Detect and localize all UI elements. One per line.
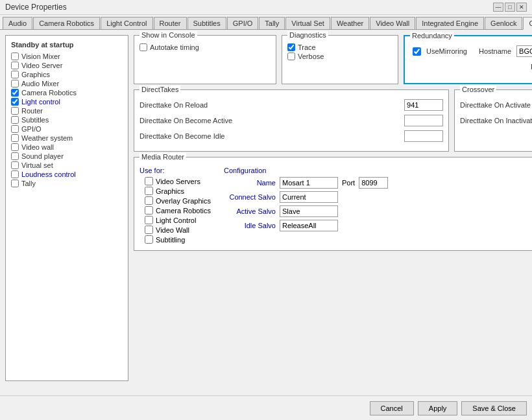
config-row-label: Name — [224, 179, 276, 187]
dt-label: Directtake On Reload — [139, 101, 404, 109]
standby-checkbox-loudness-control[interactable] — [11, 170, 19, 178]
mr-checkbox-camera-robotics[interactable] — [145, 206, 153, 215]
standby-checkbox-sound-player[interactable] — [11, 152, 19, 160]
standby-checkbox-subtitles[interactable] — [11, 116, 19, 124]
diagnostics-box: Diagnostics TraceVerbose — [282, 35, 398, 84]
tab-integrated-engine[interactable]: Integrated Engine — [416, 17, 484, 29]
standby-checkbox-light-control[interactable] — [11, 98, 19, 106]
config-port-input[interactable] — [359, 177, 388, 189]
standby-checkbox-video-server[interactable] — [11, 62, 19, 69]
crossover-title: Crossover — [460, 86, 496, 93]
list-item: Virtual set — [11, 161, 123, 169]
mr-label: Video Wall — [156, 226, 189, 234]
cancel-button[interactable]: Cancel — [370, 401, 414, 415]
list-item: Verbose — [287, 52, 393, 60]
standby-checkbox-video-wall[interactable] — [11, 143, 19, 151]
title-bar: Device Properties — □ ✕ — [0, 0, 532, 15]
diag-checkbox-trace[interactable] — [287, 43, 295, 51]
standby-label: Tally — [21, 180, 36, 187]
dt-input[interactable] — [404, 99, 443, 111]
tab-genlock[interactable]: Genlock — [485, 17, 522, 29]
standby-label: Subtitles — [21, 116, 49, 124]
config-input[interactable] — [280, 191, 338, 203]
standby-checkbox-graphics[interactable] — [11, 71, 19, 78]
mr-checkbox-light-control[interactable] — [145, 216, 153, 224]
mr-checkbox-graphics[interactable] — [145, 187, 153, 195]
close-button[interactable]: ✕ — [516, 3, 527, 12]
main-content: Standby at startup Vision MixerVideo Ser… — [0, 30, 532, 386]
list-item: Video wall — [11, 143, 123, 151]
hostname-input[interactable] — [516, 45, 532, 57]
tab-router[interactable]: Router — [154, 17, 187, 29]
tab-gpi/o[interactable]: GPI/O — [227, 17, 259, 29]
standby-label: Router — [21, 107, 43, 115]
diag-checkbox-verbose[interactable] — [287, 52, 295, 60]
list-item: Video Servers — [145, 177, 211, 185]
tab-audio[interactable]: Audio — [3, 17, 32, 29]
crossover-box: Crossover Directtake On ActivateDirectta… — [454, 89, 532, 152]
standby-label: Video wall — [21, 143, 54, 151]
use-for-label: Use for: — [139, 167, 211, 174]
list-item: Loudness control — [11, 170, 123, 178]
standby-checkbox-weather-system[interactable] — [11, 134, 19, 142]
mr-label: Subtitling — [156, 236, 185, 244]
list-item: Light control — [11, 98, 123, 106]
mr-checkbox-overlay-graphics[interactable] — [145, 196, 153, 205]
console-checkbox[interactable] — [139, 43, 147, 51]
standby-checkbox-tally[interactable] — [11, 180, 19, 187]
list-item: Directtake On Activate — [460, 99, 532, 111]
tab-virtual-set[interactable]: Virtual Set — [285, 17, 330, 29]
console-label: Autotake timing — [150, 43, 199, 51]
standby-checkbox-router[interactable] — [11, 107, 19, 115]
dt-label: Directtake On Become Active — [139, 117, 404, 124]
show-console-box: Show in Console Autotake timing — [134, 35, 276, 84]
tab-weather[interactable]: Weather — [331, 17, 369, 29]
tab-video-wall[interactable]: Video Wall — [370, 17, 415, 29]
config-row-label: Connect Salvo — [224, 193, 276, 201]
standby-label: Weather system — [21, 134, 73, 142]
apply-button[interactable]: Apply — [418, 401, 458, 415]
tab-subtitles[interactable]: Subtitles — [187, 17, 226, 29]
standby-label: Loudness control — [21, 170, 76, 178]
maximize-button[interactable]: □ — [505, 3, 515, 12]
config-input[interactable] — [280, 205, 338, 217]
mr-checkbox-video-servers[interactable] — [145, 177, 153, 185]
save-close-button[interactable]: Save & Close — [461, 401, 527, 415]
list-item: Connect Salvo — [224, 191, 532, 203]
config-row-label: Active Salvo — [224, 207, 276, 215]
mr-label: Light Control — [156, 216, 196, 224]
minimize-button[interactable]: — — [493, 3, 503, 12]
standby-checkbox-vision-mixer[interactable] — [11, 52, 19, 60]
dt-input[interactable] — [404, 115, 443, 126]
list-item: Graphics — [145, 187, 211, 195]
config-input[interactable] — [280, 220, 338, 231]
list-item: Subtitles — [11, 116, 123, 124]
standby-checkbox-camera-robotics[interactable] — [11, 89, 19, 97]
use-mirroring-checkbox[interactable] — [413, 47, 421, 56]
standby-title: Standby at startup — [11, 41, 123, 49]
standby-checkbox-gpi/o[interactable] — [11, 125, 19, 133]
tab-light-control[interactable]: Light Control — [101, 17, 152, 29]
crossover-label: Directtake On Activate — [460, 101, 532, 109]
media-router-box: Media Router Use for: Video ServersGraph… — [134, 157, 532, 251]
standby-label: Camera Robotics — [21, 89, 77, 97]
crossover-label: Directtake On Inactivate — [460, 117, 532, 124]
media-router-title: Media Router — [139, 153, 186, 161]
list-item: Directtake On Reload — [139, 99, 443, 111]
right-area: Show in Console Autotake timing Diagnost… — [134, 35, 532, 381]
list-item: GPI/O — [11, 125, 123, 133]
tab-tally[interactable]: Tally — [259, 17, 285, 29]
standby-checkbox-audio-mixer[interactable] — [11, 80, 19, 88]
standby-checkbox-virtual-set[interactable] — [11, 161, 19, 169]
standby-label: Virtual set — [21, 161, 53, 169]
tab-camera-robotics[interactable]: Camera Robotics — [33, 17, 100, 29]
config-input[interactable] — [280, 177, 338, 189]
dt-input[interactable] — [404, 130, 443, 142]
diagnostics-title: Diagnostics — [287, 31, 328, 39]
list-item: Video Wall — [145, 226, 211, 234]
mr-checkbox-video-wall[interactable] — [145, 226, 153, 234]
tab-general[interactable]: General — [523, 17, 532, 30]
directtakes-box: DirectTakes Directtake On ReloadDirectta… — [134, 89, 449, 152]
list-item: Directtake On Become Idle — [139, 130, 443, 142]
mr-checkbox-subtitling[interactable] — [145, 235, 153, 244]
